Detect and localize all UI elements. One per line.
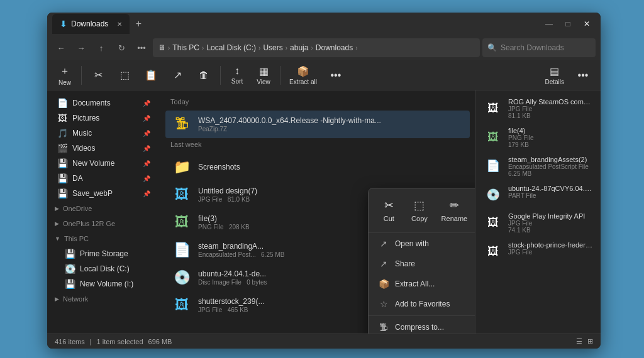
toolbar-far-more-button[interactable]: ••• [570, 67, 596, 84]
sidebar-label-newvolume: New Volume [72, 159, 114, 168]
sidebar-item-pictures[interactable]: 🖼 Pictures 📌 [50, 111, 158, 126]
sidebar-item-localdisk[interactable]: 💽 Local Disk (C:) [50, 261, 158, 276]
screenshots-icon: 📁 [170, 156, 193, 178]
sidebar-group-onedrive[interactable]: ▶ OneDrive [47, 201, 160, 216]
sidebar-item-newvolumeI[interactable]: 💾 New Volume (I:) [50, 276, 158, 291]
share-button[interactable]: ↗ [165, 67, 190, 84]
right-file-stockphoto[interactable]: 🖼 stock-photo-prince-frederick-mary land… [480, 239, 596, 264]
cm-addtofav-item[interactable]: ☆ Add to Favorites [371, 295, 475, 313]
cm-compressto-icon: 🗜 [379, 322, 389, 332]
file4-name: file(4) [508, 127, 593, 134]
pin-icon5: 📌 [143, 160, 150, 167]
copy-button[interactable]: ⬚ [112, 67, 137, 84]
new-icon: ＋ [60, 65, 70, 78]
status-count: 416 items [55, 338, 85, 345]
section-lastweek: Last week [165, 138, 470, 151]
cm-separator-1 [369, 315, 475, 316]
context-menu-quick-actions: ✂ Cut ⬚ Copy ✏ Rename ↗ Share [369, 188, 475, 233]
sort-button[interactable]: ↕ Sort [225, 63, 250, 87]
cm-cut-button[interactable]: ✂ Cut [374, 195, 404, 226]
sort-icon: ↕ [235, 65, 240, 77]
sidebar-item-documents[interactable]: 📄 Documents 📌 [50, 95, 158, 111]
cut-button[interactable]: ✂ [86, 67, 111, 84]
address-bar[interactable]: 🖥 › This PC › Local Disk (C:) › Users › … [153, 38, 480, 57]
cm-rename-button[interactable]: ✏ Rename [435, 195, 474, 226]
tab-icon: ⬇ [60, 19, 67, 29]
cm-compressto-label: Compress to... [395, 323, 475, 332]
stockphoto-meta: JPG File [508, 249, 593, 256]
forward-button[interactable]: → [72, 39, 90, 57]
cm-share-button[interactable]: ↗ Share [474, 195, 475, 226]
view-list-icon[interactable]: ☰ [576, 337, 582, 345]
stockphoto-name: stock-photo-prince-frederick-mary land-u… [508, 241, 593, 249]
sidebar-item-primestorage[interactable]: 💾 Prime Storage [50, 246, 158, 261]
right-file-rog[interactable]: 🖼 ROG Ally SteamOS compatible JPG File81… [480, 95, 596, 122]
file3-icon: 🖼 [170, 211, 193, 234]
share-icon: ↗ [174, 69, 182, 81]
sidebar-group-thispc[interactable]: ▼ This PC [47, 231, 160, 246]
sidebar-label-videos: Videos [72, 144, 95, 153]
cm-openwith-label: Open with [395, 239, 475, 248]
cm-openwith-item[interactable]: ↗ Open with Enter › [371, 234, 475, 253]
cm-share-item[interactable]: ↗ Share [371, 254, 475, 273]
back-button[interactable]: ← [52, 39, 70, 57]
file-explorer-window: ⬇ Downloads ✕ + — □ ✕ ← → ↑ ↻ ••• 🖥 › Th… [47, 13, 601, 349]
cm-share-item-label: Share [395, 259, 475, 268]
sidebar-label-da: DA [72, 174, 83, 183]
sidebar-item-music[interactable]: 🎵 Music 📌 [50, 126, 158, 141]
right-file-googleplay[interactable]: 🖼 Google Play Integrity API JPG File74.1… [480, 210, 596, 236]
right-file-file4[interactable]: 🖼 file(4) PNG File179 KB [480, 124, 596, 151]
up-button[interactable]: ↑ [92, 39, 110, 57]
cm-addtofav-label: Add to Favorites [395, 300, 475, 308]
file-item-wsa[interactable]: 🗜 WSA_2407.40000.0.0_x64.Release -Nightl… [165, 111, 470, 138]
savewebp-icon: 💾 [57, 188, 67, 198]
sidebar-label-music: Music [72, 129, 92, 138]
new-label: New [58, 79, 71, 86]
toolbar-more-button[interactable]: ••• [323, 67, 348, 84]
pin-icon3: 📌 [143, 130, 150, 137]
ubuntu-icon: 💿 [170, 266, 193, 289]
localdisk-icon: 💽 [65, 264, 75, 274]
wsa-file-info: WSA_2407.40000.0.0_x64.Release -Nightly-… [198, 116, 465, 133]
view-button[interactable]: ▦ View [251, 63, 276, 88]
sidebar-group-network[interactable]: ▶ Network [47, 291, 160, 306]
details-button[interactable]: ▤ Details [540, 63, 569, 88]
search-icon: 🔍 [487, 43, 497, 52]
file-item-screenshots[interactable]: 📁 Screenshots [165, 153, 470, 181]
sidebar-item-savewebp[interactable]: 💾 Save_webP 📌 [50, 186, 158, 201]
sidebar-group-oneplus[interactable]: ▶ OnePlus 12R Ge [47, 216, 160, 231]
tab-close-button[interactable]: ✕ [117, 21, 122, 28]
minimize-button[interactable]: — [540, 15, 558, 33]
nav-more-button[interactable]: ••• [133, 39, 150, 57]
new-tab-button[interactable]: + [130, 15, 147, 33]
tab-downloads[interactable]: ⬇ Downloads ✕ [52, 14, 130, 34]
cm-compressto-item[interactable]: 🗜 Compress to... › [371, 318, 475, 334]
paste-button[interactable]: 📋 [138, 67, 164, 84]
extract-button[interactable]: 📦 Extract all [284, 63, 322, 88]
maximize-button[interactable]: □ [559, 15, 577, 33]
googleplay-meta: JPG File74.1 KB [508, 220, 593, 234]
sidebar-item-newvolume[interactable]: 💾 New Volume 📌 [50, 156, 158, 171]
right-file-steambranding2[interactable]: 📄 steam_brandingAssets(2) Encapsulated P… [480, 153, 596, 180]
sidebar-label-savewebp: Save_webP [72, 189, 113, 198]
ubuntu2-icon: 💿 [483, 185, 503, 205]
sidebar-item-da[interactable]: 💾 DA 📌 [50, 171, 158, 186]
cm-extractall-item[interactable]: 📦 Extract All... [371, 274, 475, 293]
details-icon: ▤ [550, 65, 559, 77]
refresh-button[interactable]: ↻ [113, 39, 130, 57]
primestorage-icon: 💾 [65, 249, 75, 259]
paste-icon: 📋 [145, 69, 157, 81]
search-box[interactable]: 🔍 Search Downloads [482, 38, 596, 57]
sidebar-label-thispc: This PC [64, 235, 89, 242]
cm-copy-button[interactable]: ⬚ Copy [404, 195, 435, 226]
view-label: View [257, 79, 270, 85]
screenshots-name: Screenshots [198, 163, 465, 171]
close-button[interactable]: ✕ [578, 15, 596, 33]
sidebar-label-localdisk: Local Disk (C:) [80, 264, 130, 273]
pin-icon2: 📌 [143, 115, 150, 122]
delete-button[interactable]: 🗑 [191, 67, 216, 84]
sidebar-item-videos[interactable]: 🎬 Videos 📌 [50, 141, 158, 156]
new-button[interactable]: ＋ New [52, 62, 77, 89]
right-file-ubuntu2[interactable]: 💿 ubuntu-24.-87qCVY6.04.1-desktop-amd64.… [480, 182, 596, 207]
view-grid-icon[interactable]: ⊞ [587, 337, 593, 345]
